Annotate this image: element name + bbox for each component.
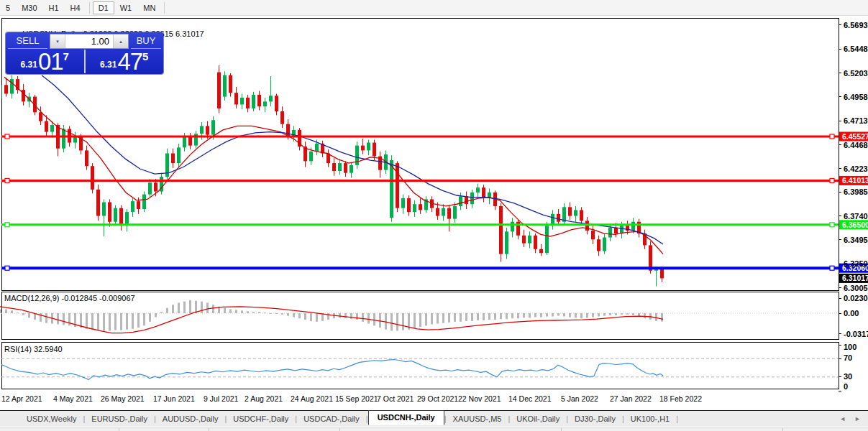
sell-price-prefix: 6.31 <box>21 60 37 69</box>
svg-text:14 Dec 2021: 14 Dec 2021 <box>508 394 552 403</box>
buy-button[interactable]: BUY <box>131 34 161 49</box>
svg-text:6.39850: 6.39850 <box>844 187 868 196</box>
svg-text:27 Jan 2022: 27 Jan 2022 <box>610 394 652 403</box>
svg-text:6.41013: 6.41013 <box>842 176 868 185</box>
svg-text:12 Apr 2021: 12 Apr 2021 <box>1 394 42 403</box>
svg-text:6.45527: 6.45527 <box>842 132 868 141</box>
svg-text:24 Aug 2021: 24 Aug 2021 <box>291 394 333 403</box>
sell-price-big: 01 <box>38 52 63 71</box>
svg-text:17 Jun 2021: 17 Jun 2021 <box>153 394 195 403</box>
buy-price-display[interactable]: 6.31 47 5 <box>86 50 164 73</box>
svg-text:26 May 2021: 26 May 2021 <box>101 394 145 403</box>
svg-text:7 Oct 2021: 7 Oct 2021 <box>377 394 414 403</box>
sell-button[interactable]: SELL <box>8 34 47 49</box>
svg-text:6.32500: 6.32500 <box>844 259 868 268</box>
trading-terminal-window: 5M30H1H4D1W1MN 6.455276.410136.365006.32… <box>0 0 868 431</box>
svg-text:4 May 2021: 4 May 2021 <box>53 394 93 403</box>
svg-text:6.52030: 6.52030 <box>844 69 868 78</box>
svg-text:6.34950: 6.34950 <box>844 236 868 244</box>
svg-text:9 Jul 2021: 9 Jul 2021 <box>204 394 239 403</box>
macd-indicator-label: MACD(12,26,9) -0.012845 -0.009067 <box>4 294 135 302</box>
sell-price-sup: 7 <box>63 51 69 62</box>
rsi-indicator-label: RSI(14) 32.5940 <box>4 345 63 353</box>
volume-increase-button[interactable]: ▲ <box>113 34 128 48</box>
svg-text:6.47130: 6.47130 <box>844 116 868 125</box>
svg-text:6.37400: 6.37400 <box>844 212 868 221</box>
svg-text:0.00: 0.00 <box>844 309 859 318</box>
svg-text:70: 70 <box>844 353 852 362</box>
svg-text:6.44680: 6.44680 <box>844 141 868 149</box>
svg-text:6.31017: 6.31017 <box>842 274 868 282</box>
buy-price-sup: 5 <box>142 51 148 62</box>
volume-decrease-button[interactable]: ▼ <box>50 34 65 48</box>
svg-text:29 Oct 2021: 29 Oct 2021 <box>417 394 458 403</box>
svg-text:100: 100 <box>844 343 856 351</box>
svg-text:5 Jan 2022: 5 Jan 2022 <box>561 394 598 403</box>
volume-input[interactable]: 1.00 <box>65 34 113 48</box>
buy-price-prefix: 6.31 <box>100 60 117 69</box>
svg-text:-0.031731: -0.031731 <box>844 330 868 338</box>
svg-text:6.42230: 6.42230 <box>844 164 868 173</box>
sell-price-display[interactable]: 6.31 01 7 <box>6 50 86 73</box>
svg-text:30: 30 <box>844 372 852 381</box>
svg-text:6.54480: 6.54480 <box>844 45 868 53</box>
buy-price-big: 47 <box>117 52 142 71</box>
volume-spinner: ▼ 1.00 ▲ <box>50 34 129 49</box>
svg-text:0: 0 <box>844 382 848 391</box>
svg-text:6.56930: 6.56930 <box>844 21 868 29</box>
svg-text:6.30050: 6.30050 <box>844 284 868 292</box>
svg-text:2 Aug 2021: 2 Aug 2021 <box>245 394 283 403</box>
svg-text:15 Sep 2021: 15 Sep 2021 <box>335 394 378 403</box>
one-click-trading-panel: SELL ▼ 1.00 ▲ BUY 6.31 01 7 6.31 47 5 <box>6 32 163 74</box>
svg-text:6.36500: 6.36500 <box>842 221 868 229</box>
svg-text:18 Feb 2022: 18 Feb 2022 <box>659 394 702 403</box>
svg-text:22 Nov 2021: 22 Nov 2021 <box>458 394 501 403</box>
svg-text:0.023089: 0.023089 <box>844 294 868 302</box>
svg-text:6.49580: 6.49580 <box>844 93 868 101</box>
